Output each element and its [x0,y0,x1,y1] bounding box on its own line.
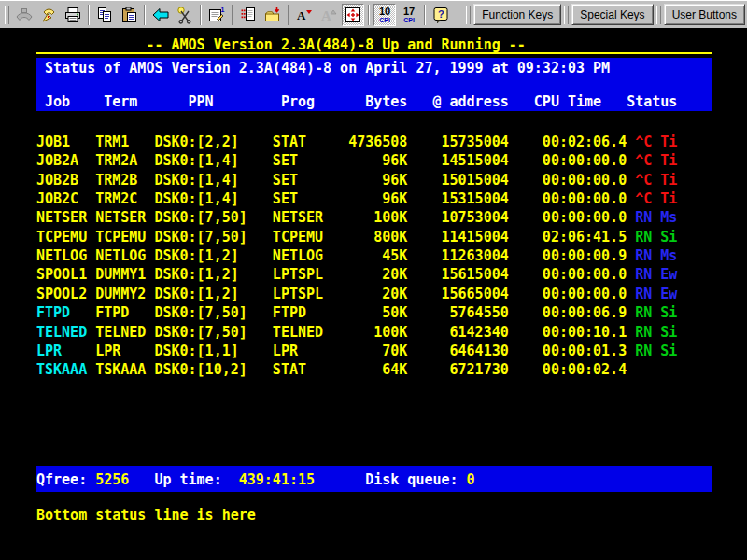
toolbar-gripper[interactable] [564,6,569,24]
toolbar-separator [288,5,289,25]
printer-icon [63,6,82,24]
job-row-netser: NETSER NETSER DSK0:[7,50] NETSER 100K 10… [36,208,677,227]
setup-button[interactable]: 1 [205,4,228,26]
bottom-status-line: Bottom status line is here [36,506,256,525]
terminal-screen[interactable]: -- AMOS Version 2.3A(484)-8 Up and Runni… [0,28,747,560]
print-button[interactable] [62,4,84,26]
back-button[interactable] [149,4,172,26]
paste-button[interactable] [118,4,140,26]
cpi-17-button[interactable]: 17 CPI [398,4,420,26]
receive-file-button[interactable] [261,4,284,26]
cpi-17-icon: 17 CPI [403,7,415,23]
font-smaller-button[interactable]: A [293,4,316,26]
help-icon: ? [431,6,450,24]
folder-download-icon [263,6,282,24]
job-row-spool1: SPOOL1 DUMMY1 DSK0:[1,2] LPTSPL 20K 1561… [36,265,677,284]
toolbar-separator [200,5,202,25]
job-row-job2a: JOB2A TRM2A DSK0:[1,4] SET 96K 14515004 … [36,151,677,170]
toolbar-separator [144,5,146,25]
disconnect-button[interactable] [13,4,35,26]
job-row-job2c: JOB2C TRM2C DSK0:[1,4] SET 96K 15315004 … [36,189,677,208]
fit-window-button[interactable] [342,4,364,26]
toolbar-separator [424,5,426,25]
job-row-spool2: SPOOL2 DUMMY2 DSK0:[1,2] LPTSPL 20K 1566… [36,285,677,303]
scissors-icon [176,6,194,24]
clear-button[interactable] [174,4,196,26]
function-keys-button[interactable]: Function Keys [473,4,561,25]
user-buttons-button[interactable]: User Buttons [664,4,745,25]
copy-icon [95,6,114,24]
phone-connect-icon [39,6,58,24]
svg-text:A: A [297,8,306,22]
job-row-ftpd: FTPD FTPD DSK0:[7,50] FTPD 50K 5764550 0… [36,303,677,322]
special-keys-button[interactable]: Special Keys [571,4,653,25]
toolbar-gripper[interactable] [656,6,661,24]
connect-button[interactable] [37,4,60,26]
toolbar-gripper[interactable] [5,6,9,24]
toolbar-separator [88,5,90,25]
job-row-tcpemu: TCPEMU TCPEMU DSK0:[7,50] TCPEMU 800K 11… [36,228,677,246]
font-decrease-icon: A [295,6,314,24]
toolbar-right-group: Function Keys Special Keys User Buttons [463,4,745,25]
expand-arrows-icon [344,6,362,24]
job-row-netlog: NETLOG NETLOG DSK0:[1,2] NETLOG 45K 1126… [36,246,677,265]
job-row-telned: TELNED TELNED DSK0:[7,50] TELNED 100K 61… [36,323,677,342]
job-row-tskaaa: TSKAAA TSKAAA DSK0:[10,2] STAT 64K 67217… [36,360,627,379]
arrow-left-icon [151,6,170,24]
svg-text:1: 1 [221,7,225,13]
terminal-title-line: -- AMOS Version 2.3A(484)-8 Up and Runni… [36,35,712,54]
font-increase-icon: A [319,6,338,24]
job-row-job2b: JOB2B TRM2B DSK0:[1,4] SET 96K 15015004 … [36,171,677,189]
properties-icon: 1 [207,6,226,24]
svg-text:?: ? [438,8,444,20]
toolbar-separator [368,5,370,25]
footer-status-line: Qfree: 5256 Up time: 439:41:15 Disk queu… [36,470,475,489]
cpi-10-icon: 10 CPI [379,7,390,23]
phone-disconnect-icon [15,6,34,24]
capture-button[interactable] [237,4,260,26]
capture-document-icon [239,6,258,24]
toolbar-gripper[interactable] [466,6,471,24]
toolbar: 1 A A 10 CPI 17 CPI [0,0,747,28]
amos-terminal-emulator: 1 A A 10 CPI 17 CPI [0,0,747,560]
job-table-header: Job Term PPN Prog Bytes @ address CPU Ti… [36,92,677,111]
help-button[interactable]: ? [430,4,452,26]
system-status-line: Status of AMOS Version 2.3A(484)-8 on Ap… [36,59,610,77]
font-larger-button[interactable]: A [317,4,340,26]
job-row-job1: JOB1 TRM1 DSK0:[2,2] STAT 4736508 157350… [36,133,677,151]
paste-icon [120,6,138,24]
copy-button[interactable] [93,4,116,26]
toolbar-separator [232,5,233,25]
svg-text:A: A [321,8,331,23]
job-row-lpr: LPR LPR DSK0:[1,1] LPR 70K 6464130 00:00… [36,342,677,360]
cpi-10-button[interactable]: 10 CPI [374,4,396,26]
